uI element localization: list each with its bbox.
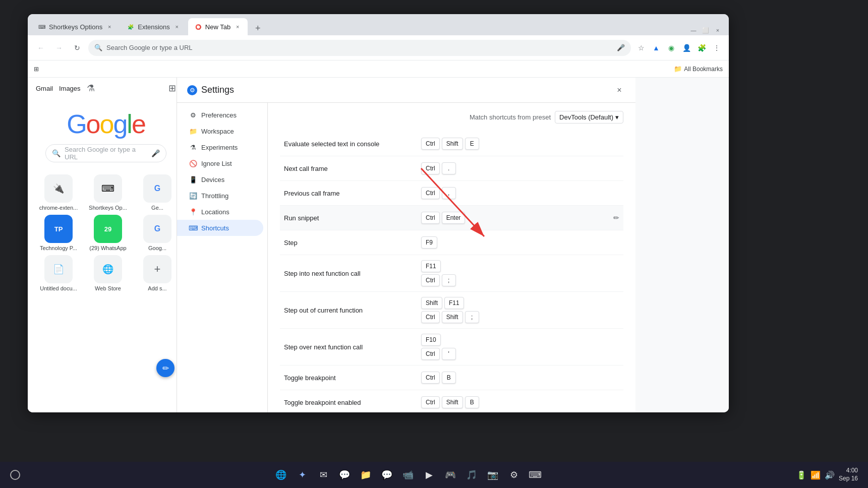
preset-select[interactable]: DevTools (Default) ▾	[555, 111, 623, 124]
app-tile-tech[interactable]: TP Technology P...	[36, 215, 81, 251]
apps-grid-icon[interactable]: ⊞	[168, 83, 176, 94]
google-page: Gmail Images ⚗ ⊞ Google 🔍 Search Google …	[28, 78, 184, 412]
devices-label: Devices	[201, 176, 224, 184]
app-tile-whatsapp[interactable]: 29 (29) WhatsApp	[85, 215, 131, 251]
match-preset-label: Match shortcuts from preset	[470, 113, 551, 121]
minimize-button[interactable]: —	[688, 25, 699, 35]
app-icon-ge: G	[143, 174, 171, 203]
app-tile-docs[interactable]: 📄 Untitled docu...	[36, 255, 81, 291]
tab-close-extensions[interactable]: ×	[173, 23, 181, 31]
sidebar-item-throttling[interactable]: 🔄 Throttling	[177, 188, 263, 204]
dock-music[interactable]: 🎵	[462, 466, 481, 484]
shortcut-keys-evaluate: Ctrl Shift E	[421, 138, 609, 150]
devtools-close-button[interactable]: ×	[613, 84, 625, 96]
app-tile-add[interactable]: + Add s...	[135, 255, 180, 291]
key-semicolon: ;	[465, 311, 479, 323]
close-button[interactable]: ×	[713, 25, 723, 35]
dock-video[interactable]: 📹	[399, 466, 417, 484]
key-shift: Shift	[442, 138, 463, 150]
shortcut-name-toggle-bp: Toggle breakpoint	[280, 374, 421, 382]
sidebar-item-experiments[interactable]: ⚗ Experiments	[177, 139, 263, 155]
tab-extensions[interactable]: 🧩 Extensions ×	[121, 18, 187, 35]
dock-star[interactable]: ✦	[293, 466, 311, 484]
dock-keyboard[interactable]: ⌨	[526, 466, 544, 484]
app-tile-chrome[interactable]: 🔌 chrome-exten...	[36, 174, 81, 211]
dock-messages[interactable]: 💬	[378, 466, 396, 484]
all-bookmarks[interactable]: 📁 All Bookmarks	[674, 65, 723, 73]
google-logo: Google	[67, 109, 145, 139]
tab-close-newtab[interactable]: ×	[234, 23, 242, 31]
extension-icon[interactable]: 🧩	[696, 42, 708, 54]
shortcut-row-toggle-bp-enabled: Toggle breakpoint enabled Ctrl Shift B ✏	[280, 390, 623, 412]
shortcut-keys-run-snippet: Ctrl Enter	[421, 212, 609, 224]
shortcut-row-toggle-bp: Toggle breakpoint Ctrl B ✏	[280, 365, 623, 390]
accounts-icon[interactable]: 👤	[680, 42, 692, 54]
dock-chrome[interactable]: 🌐	[272, 466, 290, 484]
launcher-icon[interactable]	[10, 470, 20, 480]
key-quote: '	[442, 348, 456, 360]
system-taskbar: 🌐 ✦ ✉ 💬 📁 💬 📹 ▶ 🎮 🎵 📷 ⚙ ⌨ 🔋 📶 🔊 4:00 Sep…	[0, 462, 868, 488]
edit-fab[interactable]: ✏	[156, 359, 175, 377]
key-b: B	[465, 396, 479, 408]
tab-close-shortkeys[interactable]: ×	[105, 23, 113, 31]
app-icon-whatsapp: 29	[94, 215, 122, 243]
dock-play[interactable]: ▶	[420, 466, 438, 484]
ignore-list-label: Ignore List	[201, 160, 232, 167]
back-button[interactable]: ←	[34, 41, 48, 55]
dock-gmail[interactable]: ✉	[314, 466, 332, 484]
shortcut-keys-step-out: Shift F11 Ctrl Shift ;	[421, 297, 609, 323]
tab-title-newtab: New Tab	[205, 23, 230, 31]
forward-button[interactable]: →	[52, 41, 66, 55]
bookmarks-grid[interactable]: ⊞	[34, 66, 39, 73]
experiments-icon: ⚗	[189, 143, 197, 151]
shortcut-edit-run-snippet[interactable]: ✏	[609, 211, 623, 225]
dock-files[interactable]: 📁	[357, 466, 375, 484]
tab-shortkeys[interactable]: ⌨ Shortkeys Options ×	[32, 18, 120, 35]
sidebar-item-shortcuts[interactable]: ⌨ Shortcuts	[177, 220, 263, 236]
app-tile-ge[interactable]: G Ge...	[135, 174, 180, 211]
step-into-row2: Ctrl ;	[421, 274, 456, 286]
devtools-overlay: ⚙ Settings × ⚙ Preferences 📁 Workspace	[177, 78, 635, 412]
address-bar[interactable]: 🔍 Search Google or type a URL 🎤	[88, 40, 631, 56]
sys-datetime[interactable]: 4:00 Sep 16	[839, 467, 858, 482]
step-out-keys-group: Shift F11 Ctrl Shift ;	[421, 297, 479, 323]
tab-newtab[interactable]: ⭕ New Tab ×	[188, 18, 248, 35]
sidebar-item-preferences[interactable]: ⚙ Preferences	[177, 107, 263, 123]
refresh-button[interactable]: ↻	[70, 41, 84, 55]
tab-bar: ⌨ Shortkeys Options × 🧩 Extensions × ⭕ N…	[28, 14, 729, 35]
app-label-docs: Untitled docu...	[40, 285, 77, 291]
dock-meet[interactable]: 💬	[335, 466, 354, 484]
app-tile-shortkeys[interactable]: ⌨ Shortkeys Op...	[85, 174, 131, 211]
shortcut-name-step-into: Step into next function call	[280, 270, 421, 277]
key-ctrl: Ctrl	[421, 311, 440, 323]
dock-games[interactable]: 🎮	[441, 466, 459, 484]
preferences-icon: ⚙	[189, 111, 197, 119]
shortcuts-header: Match shortcuts from preset DevTools (De…	[280, 111, 623, 124]
gmail-link[interactable]: Gmail	[36, 85, 53, 92]
sidebar-item-locations[interactable]: 📍 Locations	[177, 204, 263, 220]
sidebar-item-workspace[interactable]: 📁 Workspace	[177, 123, 263, 139]
app-label-ge: Ge...	[151, 205, 163, 211]
menu-button[interactable]: ⋮	[711, 42, 723, 54]
sidebar-item-devices[interactable]: 📱 Devices	[177, 171, 263, 188]
app-icon-shortkeys: ⌨	[94, 174, 122, 203]
bookmark-icon[interactable]: ☆	[635, 42, 647, 54]
app-icon-webstore: 🌐	[94, 255, 122, 283]
sidebar-item-ignore-list[interactable]: 🚫 Ignore List	[177, 155, 263, 171]
dock-settings[interactable]: ⚙	[505, 466, 523, 484]
dock-photo[interactable]: 📷	[484, 466, 502, 484]
devtools-sidebar: ⚙ Preferences 📁 Workspace ⚗ Experiments …	[177, 103, 268, 412]
throttling-icon: 🔄	[189, 192, 197, 200]
maps-icon[interactable]: ◉	[665, 42, 677, 54]
maximize-button[interactable]: ⬜	[701, 25, 711, 35]
images-link[interactable]: Images	[59, 85, 81, 92]
shortcut-name-run-snippet: Run snippet	[280, 214, 421, 222]
app-tile-goog[interactable]: G Goog...	[135, 215, 180, 251]
google-drive-icon[interactable]: ▲	[650, 42, 662, 54]
new-tab-button[interactable]: +	[251, 21, 265, 35]
lab-icon[interactable]: ⚗	[87, 83, 95, 94]
taskbar-right: 🔋 📶 🔊 4:00 Sep 16	[796, 467, 858, 482]
shortcut-keys-toggle-bp-enabled: Ctrl Shift B	[421, 396, 609, 408]
app-tile-webstore[interactable]: 🌐 Web Store	[85, 255, 131, 291]
google-search-box[interactable]: 🔍 Search Google or type a URL 🎤	[45, 144, 166, 162]
